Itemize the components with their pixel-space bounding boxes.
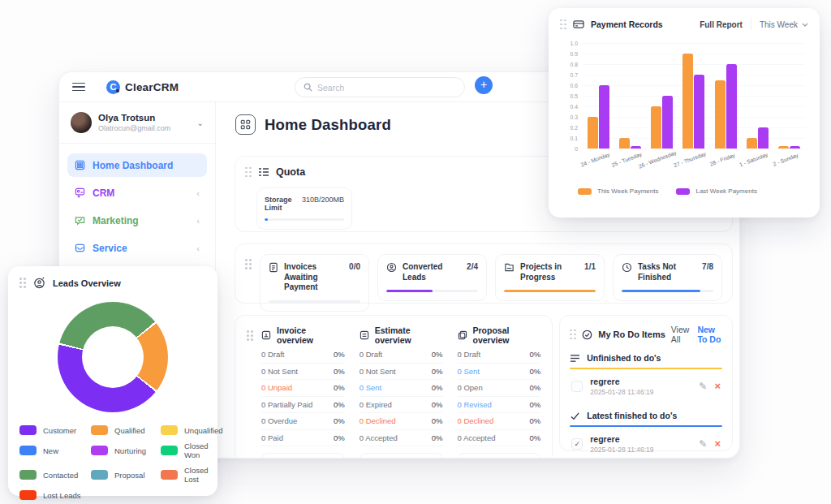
drag-handle-icon[interactable] [245,167,252,178]
bar-last-week-payments[interactable] [631,146,641,149]
drag-handle-icon[interactable] [570,330,576,340]
legend-swatch [161,425,178,435]
legend-label: Nurturing [114,446,146,455]
todo-item-title: regrere [590,377,691,386]
search-input[interactable] [317,83,439,93]
chevron-left-icon[interactable]: ‹ [196,243,200,253]
todo-item: regrere2025-01-28 11:46:19✎× [570,369,722,402]
user-profile[interactable]: Olya Trotsun Olatrocun@gmail.com ⌄ [59,102,215,143]
chevron-down-icon[interactable]: ⌄ [197,118,204,127]
bar-this-week-payments[interactable] [682,54,693,149]
todo-checkbox[interactable]: ✓ [571,438,583,450]
legend-item-proposal: Proposal [91,466,159,484]
overview-row-label: 0 Sent [360,383,381,392]
todo-section: My Ro Do Items View All New To Do Unfini… [559,315,733,451]
legend-item-new: New [19,442,89,459]
bar-last-week-payments[interactable] [599,85,609,149]
stat-progress-bar [269,300,360,303]
sidebar-item-crm[interactable]: CRM‹ [67,181,207,205]
bar-this-week-payments[interactable] [588,117,598,149]
payment-bar-chart: 1.00.90.80.70.60.50.40.30.20.1024 - Mond… [560,43,808,163]
dashboard-icon [75,160,85,170]
bar-this-week-payments[interactable] [651,106,661,149]
x-axis-label: 24 - Monday [579,151,610,167]
bar-last-week-payments[interactable] [790,146,800,149]
legend-swatch [578,188,592,195]
bar-this-week-payments[interactable] [715,80,726,149]
chevron-left-icon[interactable]: ‹ [196,188,200,198]
search-bar[interactable] [295,77,465,97]
view-more-pill[interactable] [360,453,443,459]
new-todo-link[interactable]: New To Do [697,325,722,344]
sidebar-item-marketing[interactable]: Marketing‹ [67,209,207,232]
bar-this-week-payments[interactable] [747,138,757,149]
drag-handle-icon[interactable] [245,259,252,269]
add-button[interactable]: + [475,76,493,94]
legend-item-nurturing: Nurturing [91,442,159,459]
y-axis-tick: 0.8 [560,62,578,67]
drag-handle-icon[interactable] [19,278,26,288]
quota-list-icon [258,167,269,177]
overview-row: 0 Accepted0% [458,430,541,447]
sidebar-item-label: CRM [93,187,114,199]
stat-card-tasks-not-finished[interactable]: Tasks Not Finished7/8 [613,254,722,301]
todo-list: Unfinished to do'sregrere2025-01-28 11:4… [570,353,722,459]
bar-this-week-payments[interactable] [619,138,630,149]
chevron-left-icon[interactable]: ‹ [196,216,200,226]
view-all-link[interactable]: View All [671,325,690,344]
hamburger-menu-icon[interactable] [72,83,85,92]
view-more-pill[interactable] [458,453,541,459]
todo-checkbox[interactable] [571,381,583,392]
legend-swatch [91,470,108,480]
edit-pencil-icon[interactable]: ✎ [699,381,707,392]
user-name: Olya Trotsun [98,113,191,123]
sidebar-item-service[interactable]: Service‹ [67,236,207,260]
overview-row-label: 0 Draft [458,350,481,359]
bar-last-week-payments[interactable] [662,96,673,149]
stat-label: Tasks Not Finished [638,262,696,282]
leads-stat-icon [386,262,397,273]
edit-pencil-icon[interactable]: ✎ [699,438,707,450]
sidebar-item-home-dashboard[interactable]: Home Dashboard [67,153,207,177]
overview-section: Invoice overview0 Draft0%0 Not Sent0%0 U… [235,315,553,459]
drag-handle-icon[interactable] [247,330,253,459]
full-report-link[interactable]: Full Report [700,20,743,29]
legend-label: Proposal [114,471,145,480]
overview-row-label: 0 Accepted [360,433,398,442]
overview-row-value: 0% [334,433,345,442]
x-axis-label: 1 - Saturday [738,152,769,168]
bar-last-week-payments[interactable] [758,127,769,149]
stat-progress-bar [504,290,596,292]
storage-progress-bar [265,218,344,221]
y-axis-tick: 0.9 [560,51,578,57]
overview-column-estimate-overview: Estimate overview0 Draft0%0 Not Sent0%0 … [360,325,443,459]
drag-handle-icon[interactable] [560,19,566,30]
overview-row-value: 0% [334,367,345,376]
overview-row-value: 0% [530,433,541,442]
overview-row: 0 Declined0% [360,413,443,430]
week-range-dropdown[interactable]: This Week [760,20,808,29]
app-logo: C ClearCRM [106,80,179,94]
legend-label: This Week Payments [597,187,658,195]
proposal-doc-icon [458,330,467,340]
quota-title: Quota [276,166,305,178]
legend-label: Customer [43,426,76,435]
overview-row: 0 Accepted0% [360,430,443,447]
delete-x-icon[interactable]: × [714,440,721,448]
delete-x-icon[interactable]: × [714,382,721,390]
view-more-pill[interactable] [261,453,345,459]
legend-label: New [43,446,58,455]
stat-card-projects-in-progress[interactable]: Projects in Progress1/1 [495,254,605,301]
todo-item: ✓regrere2025-01-28 11:46:19✎× [570,427,722,459]
y-axis-tick: 0 [560,146,578,152]
bar-last-week-payments[interactable] [694,75,704,149]
stat-card-converted-leads[interactable]: Converted Leads2/4 [377,254,487,301]
bar-this-week-payments[interactable] [778,146,789,149]
legend-item-qualified: Qualified [91,425,159,435]
todo-subheading-label: Latest finished to do's [587,411,677,420]
overview-row-value: 0% [432,416,443,425]
overview-row-label: 0 Revised [458,400,492,409]
bar-last-week-payments[interactable] [726,64,737,149]
stat-card-invoices-awaiting-payment[interactable]: Invoices Awaiting Payment0/0 [260,254,369,312]
overview-title: Proposal overview [473,325,541,345]
